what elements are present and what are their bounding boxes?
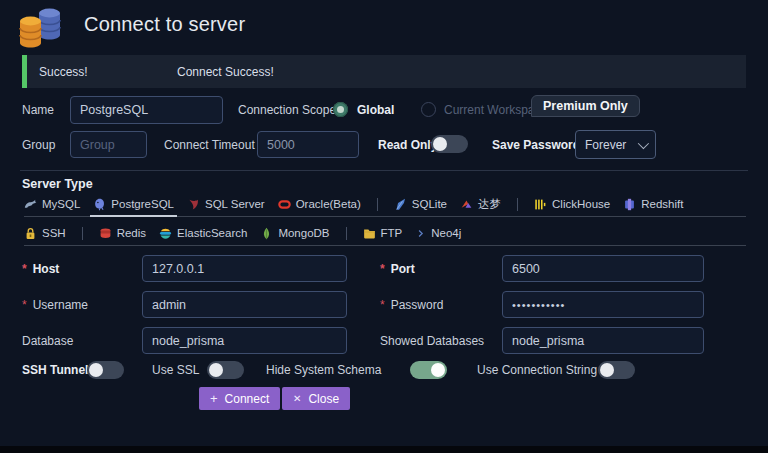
- chevron-right-icon: [415, 228, 426, 239]
- separator: [377, 198, 378, 211]
- server-type-tabs-row2: SSH Redis ElasticSearch MongoDB FTP Neo4…: [24, 221, 746, 246]
- group-input[interactable]: [70, 131, 147, 158]
- use-ssl-label: Use SSL: [152, 363, 199, 377]
- close-button[interactable]: ✕ Close: [282, 387, 350, 410]
- tab-sql-server[interactable]: SQL Server: [187, 192, 265, 216]
- tab-redshift[interactable]: Redshift: [623, 192, 683, 216]
- mysql-icon: [24, 198, 37, 211]
- server-type-label: Server Type: [22, 177, 93, 191]
- read-only-label: Read Only: [378, 138, 437, 152]
- separator: [517, 198, 518, 211]
- close-icon: ✕: [293, 394, 301, 404]
- port-input[interactable]: [502, 255, 704, 282]
- save-password-label: Save Password: [492, 138, 580, 152]
- showed-databases-input[interactable]: [502, 327, 704, 354]
- oracle-icon: [278, 198, 291, 211]
- sqlserver-icon: [187, 198, 200, 211]
- tab-ftp[interactable]: FTP: [363, 221, 403, 245]
- connection-scope-label: Connection Scope: [238, 103, 336, 117]
- password-input[interactable]: [502, 291, 704, 318]
- host-input[interactable]: [142, 255, 347, 282]
- password-label: *Password: [380, 298, 443, 312]
- use-ssl-toggle[interactable]: [207, 361, 244, 379]
- database-icon: [16, 5, 68, 51]
- separator: [82, 227, 83, 240]
- premium-only-tooltip: Premium Only: [531, 95, 640, 117]
- username-label: *Username: [22, 298, 88, 312]
- required-mark: *: [22, 298, 27, 312]
- redshift-icon: [623, 198, 636, 211]
- success-banner: Success! Connect Success!: [22, 55, 746, 88]
- required-mark: *: [380, 298, 385, 312]
- tab-sqlite[interactable]: SQLite: [394, 192, 447, 216]
- showed-databases-label: Showed Databases: [380, 334, 484, 348]
- connect-button[interactable]: + Connect: [199, 387, 280, 410]
- database-label: Database: [22, 334, 73, 348]
- scope-global-label: Global: [357, 103, 394, 117]
- port-label: *Port: [380, 262, 415, 276]
- connect-timeout-input[interactable]: [257, 131, 359, 158]
- page-title: Connect to server: [84, 13, 245, 36]
- tab-neo4j[interactable]: Neo4j: [415, 221, 461, 245]
- connect-timeout-label: Connect Timeout: [164, 138, 255, 152]
- save-password-select[interactable]: Forever: [575, 130, 656, 159]
- name-input[interactable]: [70, 96, 223, 124]
- banner-status-text: Success!: [39, 65, 159, 79]
- plus-icon: +: [210, 392, 218, 405]
- bottom-edge: [0, 446, 768, 453]
- tab-dameng[interactable]: 达梦: [460, 192, 501, 216]
- hide-system-schema-toggle[interactable]: [410, 361, 447, 379]
- separator: [346, 227, 347, 240]
- clickhouse-icon: [534, 198, 547, 211]
- use-connection-string-toggle[interactable]: [598, 361, 635, 379]
- tab-postgresql[interactable]: PostgreSQL: [93, 192, 174, 216]
- tab-elasticsearch[interactable]: ElasticSearch: [159, 221, 247, 245]
- database-input[interactable]: [142, 327, 347, 354]
- banner-message-text: Connect Success!: [177, 65, 274, 79]
- save-password-value: Forever: [585, 138, 626, 152]
- mongodb-icon: [260, 227, 273, 240]
- tab-clickhouse[interactable]: ClickHouse: [534, 192, 610, 216]
- username-input[interactable]: [142, 291, 347, 318]
- elasticsearch-icon: [159, 227, 172, 240]
- tab-redis[interactable]: Redis: [99, 221, 146, 245]
- tab-oracle[interactable]: Oracle(Beta): [278, 192, 361, 216]
- tab-ssh[interactable]: SSH: [24, 221, 66, 245]
- host-label: *Host: [22, 262, 59, 276]
- required-mark: *: [380, 262, 385, 276]
- required-mark: *: [22, 262, 27, 276]
- tab-mysql[interactable]: MySQL: [24, 192, 80, 216]
- postgresql-icon: [93, 198, 106, 211]
- connect-to-server-dialog: Connect to server Success! Connect Succe…: [0, 0, 768, 453]
- server-type-tabs-row1: MySQL PostgreSQL SQL Server Oracle(Beta)…: [24, 192, 746, 217]
- hide-system-schema-label: Hide System Schema: [266, 363, 381, 377]
- ssh-tunnel-toggle[interactable]: [87, 361, 124, 379]
- sqlite-icon: [394, 198, 407, 211]
- redis-icon: [99, 227, 112, 240]
- group-label: Group: [22, 138, 55, 152]
- dameng-icon: [460, 198, 473, 211]
- scope-current-workspace-radio[interactable]: [421, 102, 436, 117]
- tab-mongodb[interactable]: MongoDB: [260, 221, 329, 245]
- use-connection-string-label: Use Connection String: [477, 363, 597, 377]
- ftp-folder-icon: [363, 227, 376, 240]
- scope-global-radio[interactable]: [333, 102, 348, 117]
- name-label: Name: [22, 103, 54, 117]
- chevron-down-icon: [638, 137, 649, 148]
- divider: [20, 170, 748, 171]
- read-only-toggle[interactable]: [431, 135, 468, 153]
- ssh-lock-icon: [24, 227, 37, 240]
- ssh-tunnel-label: SSH Tunnel: [22, 363, 88, 377]
